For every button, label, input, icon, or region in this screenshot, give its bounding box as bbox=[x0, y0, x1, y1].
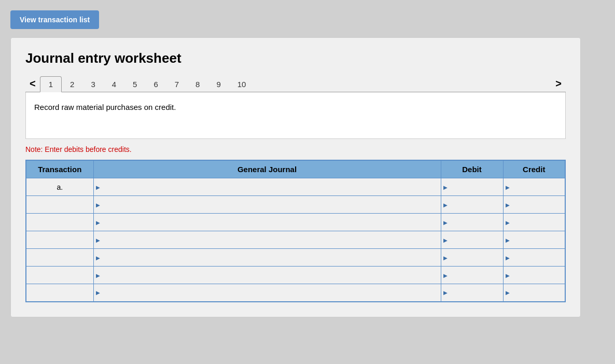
debit-cell-3[interactable]: ► bbox=[441, 214, 503, 231]
general-journal-input-1[interactable] bbox=[94, 178, 441, 195]
tab-3[interactable]: 3 bbox=[82, 77, 103, 92]
credit-cell-5[interactable]: ► bbox=[503, 249, 565, 267]
tab-2[interactable]: 2 bbox=[62, 77, 82, 92]
tab-row: < 1 2 3 4 5 6 7 8 9 10 > bbox=[25, 76, 566, 92]
tab-4[interactable]: 4 bbox=[104, 77, 124, 92]
tab-9[interactable]: 9 bbox=[208, 77, 229, 92]
tab-10[interactable]: 10 bbox=[229, 77, 255, 92]
debit-cell-7[interactable]: ► bbox=[441, 284, 503, 302]
header-general-journal: General Journal bbox=[93, 160, 441, 178]
credit-cell-1[interactable]: ► bbox=[503, 178, 565, 196]
credit-input-7[interactable] bbox=[504, 284, 565, 301]
transaction-cell-1: a. bbox=[26, 178, 93, 196]
credit-cell-6[interactable]: ► bbox=[503, 267, 565, 284]
debit-input-6[interactable] bbox=[441, 267, 503, 284]
general-journal-cell-3[interactable]: ► bbox=[93, 214, 441, 231]
debit-cell-2[interactable]: ► bbox=[441, 196, 503, 214]
tab-7[interactable]: 7 bbox=[166, 77, 187, 92]
debit-cell-4[interactable]: ► bbox=[441, 231, 503, 249]
debit-cell-5[interactable]: ► bbox=[441, 249, 503, 267]
general-journal-cell-2[interactable]: ► bbox=[93, 196, 441, 214]
debit-input-5[interactable] bbox=[441, 249, 503, 266]
instruction-box: Record raw material purchases on credit. bbox=[25, 92, 566, 139]
debit-input-4[interactable] bbox=[441, 231, 503, 248]
header-transaction: Transaction bbox=[26, 160, 93, 178]
general-journal-input-3[interactable] bbox=[94, 214, 441, 231]
table-row: ► ► ► bbox=[26, 284, 565, 302]
credit-cell-3[interactable]: ► bbox=[503, 214, 565, 231]
transaction-cell-4 bbox=[26, 231, 93, 249]
transaction-cell-3 bbox=[26, 214, 93, 231]
tab-1[interactable]: 1 bbox=[40, 76, 62, 92]
general-journal-cell-5[interactable]: ► bbox=[93, 249, 441, 267]
debit-input-2[interactable] bbox=[441, 196, 503, 213]
debit-cell-1[interactable]: ► bbox=[441, 178, 503, 196]
header-credit: Credit bbox=[503, 160, 565, 178]
transaction-cell-5 bbox=[26, 249, 93, 267]
view-transaction-button[interactable]: View transaction list bbox=[10, 10, 99, 29]
tab-6[interactable]: 6 bbox=[145, 77, 166, 92]
transaction-cell-6 bbox=[26, 267, 93, 284]
general-journal-cell-1[interactable]: ► bbox=[93, 178, 441, 196]
table-row: ► ► ► bbox=[26, 267, 565, 284]
prev-arrow[interactable]: < bbox=[25, 76, 40, 92]
general-journal-input-2[interactable] bbox=[94, 196, 441, 213]
table-row: ► ► ► bbox=[26, 214, 565, 231]
credit-input-3[interactable] bbox=[504, 214, 565, 231]
table-row: ► ► ► bbox=[26, 249, 565, 267]
credit-cell-2[interactable]: ► bbox=[503, 196, 565, 214]
general-journal-input-4[interactable] bbox=[94, 231, 441, 248]
tabs-area: < 1 2 3 4 5 6 7 8 9 10 > bbox=[25, 76, 566, 92]
journal-table: Transaction General Journal Debit Credit… bbox=[25, 160, 566, 302]
general-journal-cell-7[interactable]: ► bbox=[93, 284, 441, 302]
debit-input-7[interactable] bbox=[441, 284, 503, 301]
tab-5[interactable]: 5 bbox=[124, 77, 145, 92]
general-journal-cell-4[interactable]: ► bbox=[93, 231, 441, 249]
instruction-text: Record raw material purchases on credit. bbox=[34, 103, 557, 111]
general-journal-input-7[interactable] bbox=[94, 284, 441, 301]
debit-input-3[interactable] bbox=[441, 214, 503, 231]
credit-input-2[interactable] bbox=[504, 196, 565, 213]
table-row: ► ► ► bbox=[26, 231, 565, 249]
header-debit: Debit bbox=[441, 160, 503, 178]
worksheet-container: Journal entry worksheet < 1 2 3 4 5 6 7 … bbox=[10, 37, 581, 317]
credit-input-5[interactable] bbox=[504, 249, 565, 266]
table-header-row: Transaction General Journal Debit Credit bbox=[26, 160, 565, 178]
general-journal-input-5[interactable] bbox=[94, 249, 441, 266]
tab-8[interactable]: 8 bbox=[187, 77, 208, 92]
note-text: Note: Enter debits before credits. bbox=[25, 145, 566, 153]
debit-input-1[interactable] bbox=[441, 178, 503, 195]
credit-input-6[interactable] bbox=[504, 267, 565, 284]
table-row: ► ► ► bbox=[26, 196, 565, 214]
transaction-cell-7 bbox=[26, 284, 93, 302]
credit-input-4[interactable] bbox=[504, 231, 565, 248]
transaction-cell-2 bbox=[26, 196, 93, 214]
worksheet-title: Journal entry worksheet bbox=[25, 50, 566, 66]
table-row: a. ► ► ► bbox=[26, 178, 565, 196]
next-arrow[interactable]: > bbox=[551, 76, 566, 92]
general-journal-input-6[interactable] bbox=[94, 267, 441, 284]
credit-input-1[interactable] bbox=[504, 178, 565, 195]
credit-cell-4[interactable]: ► bbox=[503, 231, 565, 249]
top-bar: View transaction list bbox=[10, 10, 605, 29]
debit-cell-6[interactable]: ► bbox=[441, 267, 503, 284]
credit-cell-7[interactable]: ► bbox=[503, 284, 565, 302]
general-journal-cell-6[interactable]: ► bbox=[93, 267, 441, 284]
